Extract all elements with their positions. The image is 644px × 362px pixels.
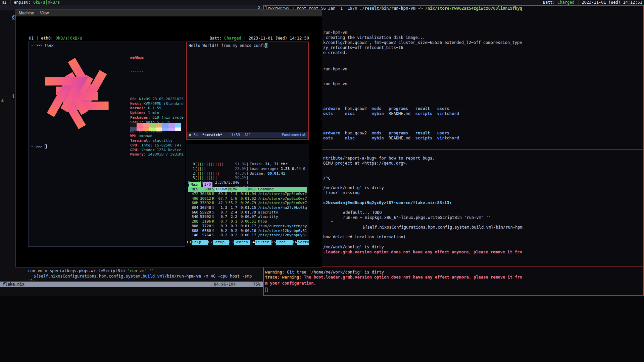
vm-display[interactable]: HI | eth0: 0kB/s|0kB/s Batt: Charged | 2…	[16, 16, 322, 267]
process-row[interactable]: 140 5764 S 0.2 0.2 0:00.17 /nix/store/12…	[188, 233, 307, 238]
terminal-line: e created.	[323, 50, 347, 55]
terminal-line: warning: Git tree '/home/me/work/config'…	[265, 270, 384, 275]
host-battery-clock: Batt: Charged | 2023-11-01 (Wed) 14:12:5…	[543, 0, 642, 5]
fetch-entry: Memory: 1420MiB / 3931Mi	[130, 152, 184, 157]
palette-swatch	[130, 127, 137, 131]
terminal-line: ntribute/report-a-bug> for how to report…	[323, 156, 435, 161]
htop-window[interactable]: 0[|||||||||||| 51.3%]Tasks: 31, 71 thr 1…	[186, 144, 309, 246]
editor-statusline: flake.nix 84,96-104 75%	[0, 282, 263, 287]
palette-swatch	[162, 123, 168, 127]
terminal-line: c2bcsm4xmj0vd0capi9q2yc0yzl87-source/fla…	[323, 200, 452, 205]
gutter-glyph: o	[12, 15, 14, 20]
emacs-window[interactable]: Hello World!! from my emacs config ● 34 …	[186, 42, 309, 140]
terminal-line: osts misc mybin README.md scripts virtch…	[323, 111, 459, 116]
host-status-bar: HI | enp1s0: 0kB/s|0kB/s Batt: Charged |…	[0, 0, 644, 5]
process-row[interactable]: 804 36848 S 1.3 1.7 0:01.15 /nix/store/h…	[188, 205, 307, 210]
process-table-header[interactable]: RES SHR S CPU%▽ MEM% TIME+ Command	[188, 187, 307, 192]
terminal-line: ardware hpm.qcow2 mods programs result u…	[323, 106, 449, 111]
palette-swatch	[143, 123, 149, 127]
fkey-button[interactable]: F3Search	[229, 240, 250, 245]
vm-battery-clock: Batt: Charged | 2023-11-01 (Wed) 14:12:5…	[210, 36, 309, 41]
process-row[interactable]: 496 30612 R 67.7 1.6 0:01.02 /nix/store/…	[188, 196, 307, 201]
fkey-button[interactable]: F1Help	[187, 240, 208, 245]
palette-swatch	[143, 127, 149, 131]
cpu-meter-row: 1[|||| 23.0%]Load average: 1.23 0.44 0	[188, 167, 305, 171]
process-row[interactable]: 472 30468 R 69.0 1.4 0:01.04 /nix/store/…	[188, 192, 307, 196]
terminal-line: zy_refcounts=off refcount_bits=16	[323, 45, 403, 50]
terminal-cursor	[265, 288, 267, 292]
palette-swatch	[156, 123, 162, 127]
palette-swatch	[149, 127, 156, 131]
vm-status-bar: HI | eth0: 0kB/s|0kB/s Batt: Charged | 2…	[16, 36, 321, 41]
terminal-line: /^C	[323, 176, 331, 181]
qemu-window[interactable]: MachineView HI | eth0: 0kB/s|0kB/s Batt:…	[15, 9, 322, 267]
window-border	[263, 5, 644, 6]
terminal-line: osts misc mybin README.md scripts virtch…	[323, 136, 459, 141]
process-row[interactable]: 660 55920 S 0.7 2.4 0:01.79 alacritty	[188, 210, 307, 215]
htop-function-keys: F1HelpF2SetupF3SearchF4FilterF5TreeF6Sor…	[187, 240, 309, 245]
terminal-line: run-hpm-vm	[323, 81, 347, 86]
window-border	[263, 295, 644, 296]
terminal-line: ${self.nixosConfigurations.hpm.config.sy…	[362, 225, 523, 230]
process-row[interactable]: 68M 37892 R 47.1 55.2 0:26.79 /nix/store…	[188, 201, 307, 205]
palette-swatch	[137, 123, 143, 127]
code-line: run-vm = specialArgs.pkgs.writeScriptBin…	[28, 268, 154, 274]
gutter-glyph: {	[12, 94, 15, 99]
process-table: 472 30468 R 69.0 1.4 0:01.04 /nix/store/…	[188, 192, 307, 238]
terminal-line: #default... TODO	[343, 210, 382, 215]
terminal-line: k/config/hpm.qcow2', fmt=qcow2 cluster_s…	[323, 40, 522, 45]
fetch-entry: Host: KVM/QEMU (Standard	[130, 102, 184, 106]
host-network-status: HI | enp1s0: 0kB/s|0kB/s	[2, 0, 60, 5]
palette-swatch	[168, 127, 175, 131]
terminal-line: run-hpm-vm	[323, 30, 347, 35]
fkey-button[interactable]: F5Tree	[271, 240, 293, 245]
process-row[interactable]: 540 53992 S 0.7 2.2 0:00.97 alacritty	[188, 215, 307, 219]
fetch-entry: CPU: Intel i5-8250U (4)	[130, 143, 184, 148]
fetch-entry: Packages: 619 (nix-syste	[130, 115, 184, 120]
menu-item[interactable]: Machine	[16, 10, 37, 16]
terminal-line: ardware hpm.qcow2 mods programs result u…	[323, 131, 449, 136]
guest-terminal[interactable]: ~ >>> flex	[28, 42, 185, 247]
qemu-menubar: MachineView	[16, 10, 322, 16]
emacs-cursor: g	[265, 43, 267, 48]
shell-prompt: ~ >>> flex	[31, 43, 53, 48]
menu-item[interactable]: View	[37, 10, 52, 16]
terminal-line: how detailed location information)	[323, 235, 406, 240]
cpu-meter-row: 0[|||||||||||| 51.3%]Tasks: 31, 71 thr	[188, 162, 305, 167]
fetch-entry: Kernel: 6.1.59	[130, 106, 184, 111]
fetch-title: me@hpm	[130, 55, 184, 60]
emacs-buffer: Hello World!! from my emacs config	[189, 43, 267, 48]
cpu-meter-row: 3[||||||||| 39.2%]	[188, 176, 305, 180]
fastfetch-output: me@hpm ------ OS: NixOS 23.05.20231023Ho…	[130, 46, 184, 166]
fkey-button[interactable]: F4Filter	[250, 240, 271, 245]
terminal-line: /me/work/config' is dirty	[323, 185, 384, 190]
fkey-button[interactable]: F2Setup	[208, 240, 229, 245]
fetch-entry: WM: xmonad	[130, 134, 184, 138]
fetch-entry: Uptime: 1 min	[130, 111, 184, 115]
palette-swatch	[168, 123, 175, 127]
emacs-modeline: ● 34 *scratch* 1:33 All Fundamental	[187, 132, 308, 138]
nixos-logo	[33, 49, 121, 138]
fetch-separator: ------	[130, 69, 184, 74]
statusline-scroll-percent: 75%	[253, 282, 260, 287]
terminal-line: QEMU project at <https://qemu.org>.	[323, 161, 408, 166]
terminal-line: -linux' missing	[323, 190, 359, 195]
cpu-meter-row: 2[|||||||||| 47.3%]Uptime: 00:01:41	[188, 171, 305, 176]
terminal-cursor	[45, 144, 47, 148]
process-row[interactable]: 288 3196 R 0.7 0.1 0:00.51 htop	[188, 219, 307, 224]
sort-column-header[interactable]: CPU%▽	[215, 187, 227, 192]
process-row[interactable]: 808 7720 S 0.3 0.3 0:01.17 /run/current-…	[188, 224, 307, 229]
htop-tab[interactable]: Main	[189, 182, 201, 187]
shell-prompt: ~ >>>	[31, 144, 47, 149]
desktop: HI | enp1s0: 0kB/s|0kB/s Batt: Charged |…	[0, 0, 644, 362]
palette-swatch	[149, 123, 156, 127]
palette-swatch	[175, 123, 181, 127]
statusline-filename: flake.nix	[3, 282, 24, 287]
terminal-line: creating the virtualisation disk image..…	[323, 35, 425, 40]
fetch-entry: GPU: Vendor 1234 Device	[130, 148, 184, 153]
fkey-button[interactable]: F6SortBy	[293, 240, 309, 245]
terminal-line: m your configuration.	[265, 281, 316, 286]
process-row[interactable]: 688 6560 S 0.2 0.2 0:00.18 /nix/store/12…	[188, 229, 307, 233]
htop-tab[interactable]: I/O	[203, 182, 213, 187]
code-line: ${self.nixosConfigurations.hpm.config.sy…	[34, 274, 254, 279]
